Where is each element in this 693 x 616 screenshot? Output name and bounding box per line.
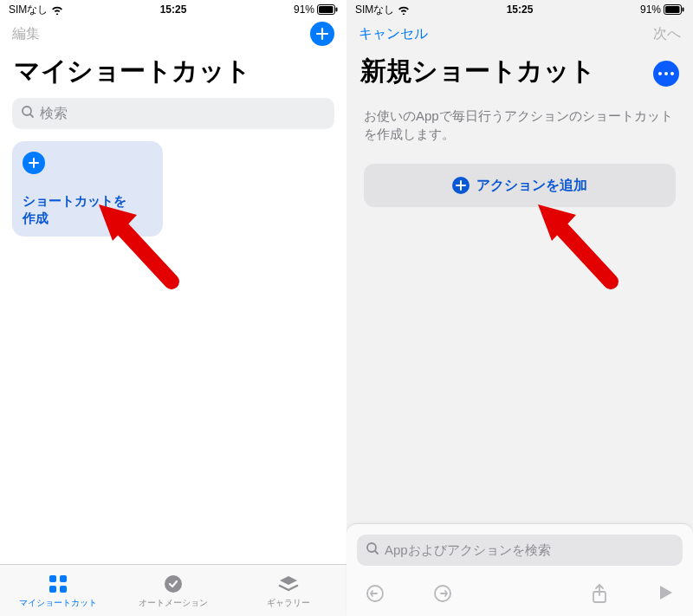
page-title: マイショートカット (0, 49, 346, 98)
search-placeholder: 検索 (40, 105, 68, 123)
action-search-input[interactable]: Appおよびアクションを検索 (357, 535, 683, 566)
bottom-sheet[interactable]: Appおよびアクションを検索 (346, 523, 693, 616)
sheet-toolbar (357, 574, 683, 616)
nav-bar: 編集 (0, 19, 346, 49)
add-action-label: アクションを追加 (476, 177, 587, 195)
next-button[interactable]: 次へ (653, 25, 681, 43)
undo-button[interactable] (366, 584, 385, 606)
plus-icon (452, 177, 470, 194)
search-icon (21, 105, 35, 122)
svg-rect-12 (665, 6, 680, 13)
clock: 15:25 (160, 3, 187, 16)
svg-rect-9 (60, 586, 67, 593)
create-shortcut-card[interactable]: ショートカットを 作成 (12, 141, 163, 237)
add-shortcut-button[interactable] (310, 22, 334, 46)
tab-label: ギャラリー (267, 597, 310, 609)
clock-check-icon (163, 573, 184, 595)
status-bar: SIMなし 15:25 91% (346, 0, 693, 19)
svg-rect-7 (60, 575, 67, 582)
wifi-icon (398, 5, 410, 15)
description-text: お使いのAppで毎日行うアクションのショートカットを作成します。 (364, 107, 676, 143)
annotation-arrow (533, 199, 628, 295)
status-bar: SIMなし 15:25 91% (0, 0, 346, 19)
grid-icon (48, 573, 68, 595)
share-button[interactable] (591, 583, 608, 607)
edit-button[interactable]: 編集 (12, 25, 40, 43)
carrier-text: SIMなし (9, 3, 48, 17)
svg-marker-14 (538, 204, 576, 241)
battery-percent: 91% (294, 3, 314, 16)
search-icon (366, 541, 379, 559)
run-button[interactable] (657, 583, 674, 607)
nav-bar: キャンセル 次へ (346, 19, 693, 49)
battery-icon (664, 4, 684, 15)
wifi-icon (51, 5, 63, 15)
plus-icon (23, 152, 45, 174)
ellipsis-icon (658, 72, 662, 75)
tab-gallery[interactable]: ギャラリー (231, 565, 346, 616)
redo-button[interactable] (433, 584, 452, 606)
tab-automation[interactable]: オートメーション (115, 565, 230, 616)
svg-rect-13 (683, 8, 684, 12)
svg-point-10 (165, 575, 182, 593)
add-action-button[interactable]: アクションを追加 (364, 164, 676, 207)
battery-percent: 91% (640, 3, 661, 16)
layers-icon (278, 573, 299, 595)
svg-rect-1 (319, 6, 334, 13)
search-input[interactable]: 検索 (12, 98, 334, 129)
tab-my-shortcuts[interactable]: マイショートカット (0, 565, 115, 616)
tab-bar: マイショートカット オートメーション ギャラリー (0, 564, 346, 616)
carrier-text: SIMなし (355, 3, 394, 17)
svg-rect-2 (336, 8, 338, 12)
page-title: 新規ショートカット (346, 49, 610, 98)
clock: 15:25 (507, 3, 534, 16)
tab-label: オートメーション (139, 597, 208, 609)
battery-icon (317, 4, 338, 15)
svg-rect-8 (49, 586, 56, 593)
svg-line-16 (375, 551, 378, 554)
svg-rect-6 (49, 575, 56, 582)
create-shortcut-label: ショートカットを 作成 (23, 192, 152, 226)
action-search-placeholder: Appおよびアクションを検索 (385, 542, 551, 559)
cancel-button[interactable]: キャンセル (359, 25, 428, 43)
more-button[interactable] (653, 61, 679, 87)
tab-label: マイショートカット (19, 597, 97, 609)
svg-line-4 (30, 114, 33, 117)
plus-icon (315, 27, 329, 41)
